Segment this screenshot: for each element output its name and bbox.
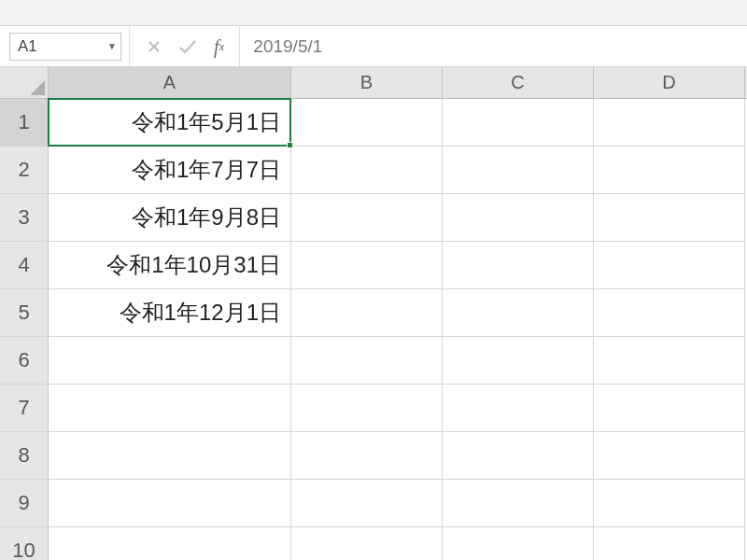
- cell[interactable]: [291, 289, 443, 337]
- table-row: 令和1年5月1日: [49, 99, 745, 147]
- table-row: 令和1年12月1日: [49, 289, 745, 337]
- cell[interactable]: [594, 147, 745, 194]
- cell[interactable]: [291, 147, 443, 194]
- row-header-2[interactable]: 2: [0, 147, 49, 194]
- table-row: [49, 385, 745, 432]
- cell[interactable]: [594, 337, 745, 385]
- table-row: [49, 527, 745, 560]
- cell[interactable]: [291, 527, 443, 560]
- cell[interactable]: [594, 432, 745, 480]
- cell[interactable]: [594, 242, 745, 289]
- formula-controls: fx: [130, 26, 240, 66]
- formula-input[interactable]: 2019/5/1: [240, 26, 747, 66]
- cell[interactable]: [291, 242, 443, 289]
- select-all-corner[interactable]: [0, 67, 49, 99]
- row-header-3[interactable]: 3: [0, 194, 49, 242]
- row-header-10[interactable]: 10: [0, 527, 49, 560]
- spreadsheet-grid: ABCD 12345678910 令和1年5月1日令和1年7月7日令和1年9月8…: [0, 67, 747, 560]
- name-box-container: A1 ▼: [0, 26, 130, 66]
- table-row: [49, 337, 745, 385]
- cell[interactable]: [49, 337, 291, 385]
- cell[interactable]: [443, 527, 594, 560]
- column-header-A[interactable]: A: [49, 67, 291, 98]
- table-row: 令和1年7月7日: [49, 147, 745, 194]
- row-header-5[interactable]: 5: [0, 289, 49, 337]
- grid-body: 12345678910 令和1年5月1日令和1年7月7日令和1年9月8日令和1年…: [0, 99, 747, 560]
- cell[interactable]: [291, 432, 443, 480]
- row-header-6[interactable]: 6: [0, 337, 49, 385]
- cell[interactable]: 令和1年9月8日: [49, 194, 291, 242]
- cell[interactable]: [594, 385, 745, 432]
- dropdown-icon[interactable]: ▼: [107, 41, 117, 51]
- cell[interactable]: [594, 289, 745, 337]
- cell[interactable]: [594, 194, 745, 242]
- row-header-9[interactable]: 9: [0, 480, 49, 527]
- row-header-1[interactable]: 1: [0, 99, 49, 147]
- cell[interactable]: [443, 289, 594, 337]
- row-header-4[interactable]: 4: [0, 242, 49, 289]
- cell[interactable]: 令和1年5月1日: [49, 99, 291, 147]
- cell[interactable]: [443, 99, 594, 147]
- cell[interactable]: [443, 337, 594, 385]
- formula-value: 2019/5/1: [253, 36, 322, 57]
- cell[interactable]: [443, 480, 594, 527]
- ribbon-placeholder: [0, 0, 747, 26]
- column-header-D[interactable]: D: [594, 67, 745, 98]
- cell[interactable]: [291, 99, 443, 147]
- cell[interactable]: [49, 432, 291, 480]
- row-header-7[interactable]: 7: [0, 385, 49, 432]
- table-row: 令和1年9月8日: [49, 194, 745, 242]
- cell[interactable]: [291, 194, 443, 242]
- cell[interactable]: [291, 385, 443, 432]
- column-header-C[interactable]: C: [443, 67, 594, 98]
- formula-bar: A1 ▼ fx 2019/5/1: [0, 26, 747, 67]
- cell[interactable]: [594, 480, 745, 527]
- table-row: 令和1年10月31日: [49, 242, 745, 289]
- row-header-8[interactable]: 8: [0, 432, 49, 480]
- cell[interactable]: [443, 242, 594, 289]
- cell[interactable]: 令和1年12月1日: [49, 289, 291, 337]
- cells-area[interactable]: 令和1年5月1日令和1年7月7日令和1年9月8日令和1年10月31日令和1年12…: [49, 99, 745, 560]
- cell[interactable]: [291, 480, 443, 527]
- column-headers-row: ABCD: [0, 67, 747, 99]
- table-row: [49, 432, 745, 480]
- cell[interactable]: [291, 337, 443, 385]
- cancel-icon[interactable]: [147, 39, 162, 54]
- row-headers-col: 12345678910: [0, 99, 49, 560]
- cell[interactable]: [49, 385, 291, 432]
- cell[interactable]: [594, 527, 745, 560]
- cell[interactable]: 令和1年7月7日: [49, 147, 291, 194]
- cell[interactable]: [49, 480, 291, 527]
- cell[interactable]: [443, 147, 594, 194]
- cell[interactable]: [443, 385, 594, 432]
- cell[interactable]: [443, 432, 594, 480]
- enter-icon[interactable]: [178, 39, 197, 54]
- cell[interactable]: [594, 99, 745, 147]
- table-row: [49, 480, 745, 527]
- cell[interactable]: [49, 527, 291, 560]
- column-header-B[interactable]: B: [291, 67, 443, 98]
- name-box-value: A1: [18, 37, 37, 56]
- cell[interactable]: 令和1年10月31日: [49, 242, 291, 289]
- name-box[interactable]: A1 ▼: [9, 33, 121, 61]
- fx-icon[interactable]: fx: [214, 37, 224, 56]
- cell[interactable]: [443, 194, 594, 242]
